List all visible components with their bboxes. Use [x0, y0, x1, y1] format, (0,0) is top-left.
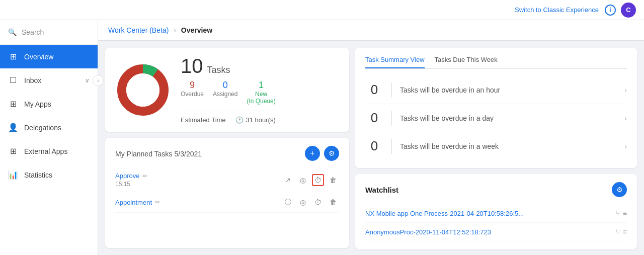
clock-icon: 🕐: [235, 116, 244, 124]
sidebar-item-label: External Apps: [24, 147, 90, 155]
watchlist-item-name[interactable]: NX Mobile app One Process-2021-04-20T10:…: [365, 210, 612, 217]
sidebar-item-externalapps[interactable]: ⊞ External Apps: [0, 139, 98, 163]
task-info: Approve ✏ 15:15: [115, 172, 277, 188]
circle-check-icon[interactable]: ◎: [297, 174, 309, 186]
clock-action-icon[interactable]: ⏱: [312, 174, 324, 186]
task-row: Approve ✏ 15:15 ↗ ◎ ⏱ 🗑: [115, 168, 339, 192]
inbox-icon: ☐: [8, 75, 18, 85]
switch-classic-link[interactable]: Switch to Classic Experience: [515, 6, 599, 14]
top-bar-icons: i C: [605, 3, 636, 18]
stats-card: 10 Tasks 9 Overdue 0 Assigned: [105, 48, 349, 132]
task-row: Appointment ✏ ⓘ ◎ ⏱ 🗑: [115, 192, 339, 213]
planned-header: My Planned Tasks 5/3/2021 + ⚙: [115, 146, 339, 161]
watchlist-item-name[interactable]: AnonymousProc-2020-11-04T12:52:18:723: [365, 228, 612, 236]
externalapps-icon: ⊞: [8, 146, 18, 156]
assigned-pill: 0 Assigned: [213, 80, 237, 105]
edit-icon[interactable]: ✏: [155, 199, 160, 206]
sidebar-item-label: Overview: [24, 53, 90, 61]
estimated-time-row: Estimated Time 🕐 31 hour(s): [181, 111, 276, 124]
sidebar-item-myapps[interactable]: ⊞ My Apps: [0, 92, 98, 116]
overdue-hour-count: 0: [365, 82, 383, 98]
edit-icon[interactable]: ✏: [142, 173, 147, 180]
layout: 🔍 Search ⊞ Overview ☐ Inbox ∨ ‹ ⊞ My App…: [0, 20, 644, 255]
sidebar-item-inbox[interactable]: ☐ Inbox ∨ ‹: [0, 68, 98, 92]
avatar[interactable]: C: [621, 3, 636, 18]
search-item[interactable]: 🔍 Search: [0, 20, 98, 45]
sidebar-item-overview[interactable]: ⊞ Overview: [0, 45, 98, 68]
tab-summary-view[interactable]: Task Summary View: [365, 56, 425, 68]
chevron-right-icon[interactable]: ›: [624, 142, 627, 150]
right-column: Task Summary View Tasks Due This Week 0 …: [355, 48, 637, 248]
collapse-button[interactable]: ‹: [93, 75, 104, 86]
info-icon[interactable]: i: [605, 5, 616, 16]
search-label: Search: [22, 28, 44, 36]
overdue-day-count: 0: [365, 110, 383, 126]
watchlist-header: Watchlist ⚙: [365, 182, 627, 197]
sidebar-item-label: Inbox: [24, 76, 79, 84]
stats-details: 10 Tasks 9 Overdue 0 Assigned: [181, 56, 276, 124]
new-label: New(In Queue): [247, 91, 275, 105]
task-icons: ↗ ◎ ⏱ 🗑: [282, 174, 339, 186]
tab-due-this-week[interactable]: Tasks Due This Week: [435, 56, 498, 68]
task-name-text[interactable]: Appointment: [115, 199, 152, 206]
task-name-text[interactable]: Approve: [115, 172, 139, 180]
divider: [391, 111, 392, 126]
assigned-label: Assigned: [213, 91, 237, 98]
planned-settings-button[interactable]: ⚙: [324, 146, 339, 161]
stats-pills: 9 Overdue 0 Assigned 1 New(In Queue): [181, 80, 276, 105]
overdue-hour-text: Tasks will be overdue in an hour: [400, 86, 616, 94]
summary-row: 0 Tasks will be overdue in a week ›: [365, 132, 627, 160]
clock-action-icon[interactable]: ⏱: [312, 196, 324, 208]
breadcrumb: Work Center (Beta) › Overview: [98, 20, 644, 41]
watchlist-item-icons: ⑂ ≡: [616, 228, 627, 236]
estimated-time-value: 🕐 31 hour(s): [235, 116, 276, 124]
search-icon: 🔍: [8, 28, 17, 36]
sidebar-item-label: My Apps: [24, 100, 90, 108]
breadcrumb-current: Overview: [181, 26, 212, 34]
list-icon[interactable]: ≡: [623, 209, 627, 217]
trash-icon[interactable]: 🗑: [327, 196, 339, 208]
left-column: 10 Tasks 9 Overdue 0 Assigned: [105, 48, 349, 248]
chevron-right-icon[interactable]: ›: [624, 86, 627, 94]
external-link-icon[interactable]: ↗: [282, 174, 294, 186]
task-name: Approve ✏: [115, 172, 277, 180]
content-area: 10 Tasks 9 Overdue 0 Assigned: [98, 41, 644, 255]
planned-actions: + ⚙: [305, 146, 339, 161]
list-icon[interactable]: ≡: [623, 228, 627, 236]
info-icon-small[interactable]: ⓘ: [282, 196, 294, 208]
fork-icon[interactable]: ⑂: [616, 228, 620, 236]
planned-title: My Planned Tasks 5/3/2021: [115, 149, 202, 158]
overview-icon: ⊞: [8, 52, 18, 61]
watchlist-title: Watchlist: [365, 186, 398, 194]
watchlist-item-icons: ⑂ ≡: [616, 209, 627, 217]
statistics-icon: 📊: [8, 170, 18, 180]
watchlist-settings-button[interactable]: ⚙: [612, 182, 627, 197]
sidebar-item-delegations[interactable]: 👤 Delegations: [0, 116, 98, 139]
sidebar-item-statistics[interactable]: 📊 Statistics: [0, 163, 98, 187]
delegations-icon: 👤: [8, 123, 18, 132]
sidebar-item-label: Statistics: [24, 171, 90, 179]
trash-icon[interactable]: 🗑: [327, 174, 339, 186]
sidebar: 🔍 Search ⊞ Overview ☐ Inbox ∨ ‹ ⊞ My App…: [0, 20, 98, 255]
new-number: 1: [259, 80, 264, 91]
overdue-day-text: Tasks will be overdue in a day: [400, 114, 616, 122]
total-label: Tasks: [207, 65, 230, 75]
donut-chart: [115, 62, 171, 118]
planned-tasks-card: My Planned Tasks 5/3/2021 + ⚙: [105, 138, 349, 248]
total-tasks: 10 Tasks: [181, 56, 276, 76]
new-pill: 1 New(In Queue): [247, 80, 275, 105]
circle-check-icon[interactable]: ◎: [297, 196, 309, 208]
overdue-week-text: Tasks will be overdue in a week: [400, 142, 616, 150]
chevron-down-icon: ∨: [85, 77, 90, 84]
chevron-right-icon[interactable]: ›: [624, 114, 627, 122]
task-time: 15:15: [115, 181, 277, 188]
assigned-number: 0: [223, 80, 228, 91]
overdue-label: Overdue: [181, 91, 204, 98]
add-task-button[interactable]: +: [305, 146, 320, 161]
svg-point-2: [126, 73, 159, 107]
task-icons: ⓘ ◎ ⏱ 🗑: [282, 196, 339, 208]
estimated-time-label: Estimated Time: [181, 116, 226, 124]
breadcrumb-parent[interactable]: Work Center (Beta): [108, 26, 169, 34]
fork-icon[interactable]: ⑂: [616, 209, 620, 217]
breadcrumb-separator: ›: [174, 26, 176, 34]
